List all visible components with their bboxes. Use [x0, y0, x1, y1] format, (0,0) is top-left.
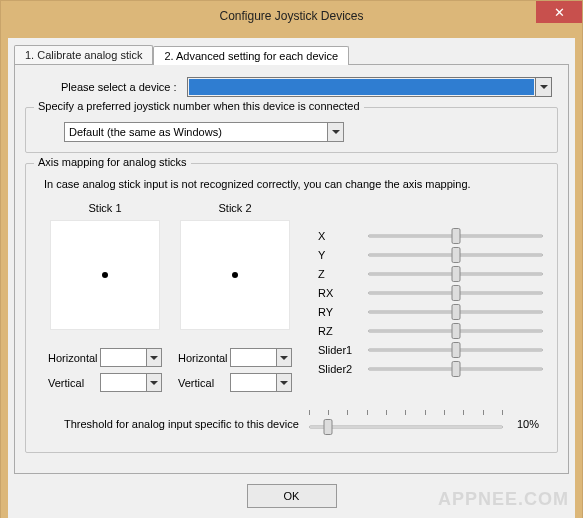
tab-calibrate[interactable]: 1. Calibrate analog stick [14, 45, 153, 64]
axis-slider2-label: Slider2 [318, 363, 368, 375]
stick1-vertical-select[interactable] [100, 373, 162, 392]
tab-advanced[interactable]: 2. Advanced setting for each device [153, 46, 349, 65]
device-label: Please select a device : [31, 81, 177, 93]
axis-mapping-legend: Axis mapping for analog sticks [34, 156, 191, 168]
stick2-title: Stick 2 [170, 202, 300, 214]
client-area: 1. Calibrate analog stick 2. Advanced se… [1, 31, 582, 518]
axis-x-slider[interactable] [368, 227, 543, 245]
dropdown-button[interactable] [146, 349, 161, 366]
preferred-number-value: Default (the same as Windows) [69, 126, 222, 138]
preferred-number-select[interactable]: Default (the same as Windows) [64, 122, 344, 142]
dropdown-button[interactable] [276, 374, 291, 391]
dropdown-button[interactable] [146, 374, 161, 391]
axis-rx-slider[interactable] [368, 284, 543, 302]
device-select-dropdown-button[interactable] [535, 78, 551, 96]
axis-y-label: Y [318, 249, 368, 261]
axis-rz-slider[interactable] [368, 322, 543, 340]
threshold-label: Threshold for analog input specific to t… [40, 418, 309, 430]
close-button[interactable]: ✕ [536, 1, 582, 23]
stick1-dot [102, 272, 108, 278]
device-select-value [189, 79, 534, 95]
stick1-preview [50, 220, 160, 330]
threshold-row: Threshold for analog input specific to t… [40, 410, 543, 438]
threshold-value: 10% [503, 418, 543, 430]
dropdown-button[interactable] [276, 349, 291, 366]
axis-rx-label: RX [318, 287, 368, 299]
titlebar: Configure Joystick Devices ✕ [1, 1, 582, 31]
axis-slider1-slider[interactable] [368, 341, 543, 359]
window: Configure Joystick Devices ✕ 1. Calibrat… [0, 0, 583, 518]
axis-mapping-hint: In case analog stick input is not recogn… [44, 178, 539, 190]
tab-strip: 1. Calibrate analog stick 2. Advanced se… [14, 42, 569, 64]
ok-button[interactable]: OK [247, 484, 337, 508]
device-select[interactable] [187, 77, 552, 97]
axis-rz-label: RZ [318, 325, 368, 337]
preferred-number-dropdown-button[interactable] [327, 123, 343, 141]
stick2-vertical-select[interactable] [230, 373, 292, 392]
chevron-down-icon [332, 130, 340, 134]
axes-column: X Y Z RX RY RZ Slider1 Slider2 [300, 202, 543, 398]
bottom-bar: OK [14, 474, 569, 516]
chevron-down-icon [280, 381, 288, 385]
stick2-dot [232, 272, 238, 278]
window-title: Configure Joystick Devices [1, 9, 582, 23]
preferred-number-group: Specify a preferred joystick number when… [25, 107, 558, 153]
axis-z-slider[interactable] [368, 265, 543, 283]
chevron-down-icon [540, 85, 548, 89]
close-icon: ✕ [554, 5, 565, 20]
stick1-horizontal-label: Horizontal [48, 352, 98, 364]
stick2-vertical-label: Vertical [178, 377, 214, 389]
axis-x-label: X [318, 230, 368, 242]
threshold-ticks [309, 410, 503, 416]
axis-y-slider[interactable] [368, 246, 543, 264]
axis-slider1-label: Slider1 [318, 344, 368, 356]
preferred-number-legend: Specify a preferred joystick number when… [34, 100, 364, 112]
stick2-column: Stick 2 Horizontal Vertical [170, 202, 300, 398]
stick1-title: Stick 1 [40, 202, 170, 214]
axis-z-label: Z [318, 268, 368, 280]
chevron-down-icon [280, 356, 288, 360]
tab-panel-advanced: Please select a device : Specify a prefe… [14, 64, 569, 474]
device-row: Please select a device : [25, 77, 558, 97]
axis-ry-label: RY [318, 306, 368, 318]
axis-ry-slider[interactable] [368, 303, 543, 321]
stick2-horizontal-select[interactable] [230, 348, 292, 367]
chevron-down-icon [150, 356, 158, 360]
sticks-row: Stick 1 Horizontal Vertical [40, 202, 543, 398]
stick1-vertical-label: Vertical [48, 377, 84, 389]
threshold-slider[interactable] [309, 410, 503, 438]
axis-slider2-slider[interactable] [368, 360, 543, 378]
stick1-column: Stick 1 Horizontal Vertical [40, 202, 170, 398]
stick2-horizontal-label: Horizontal [178, 352, 228, 364]
stick2-preview [180, 220, 290, 330]
stick1-horizontal-select[interactable] [100, 348, 162, 367]
chevron-down-icon [150, 381, 158, 385]
axis-mapping-group: Axis mapping for analog sticks In case a… [25, 163, 558, 453]
